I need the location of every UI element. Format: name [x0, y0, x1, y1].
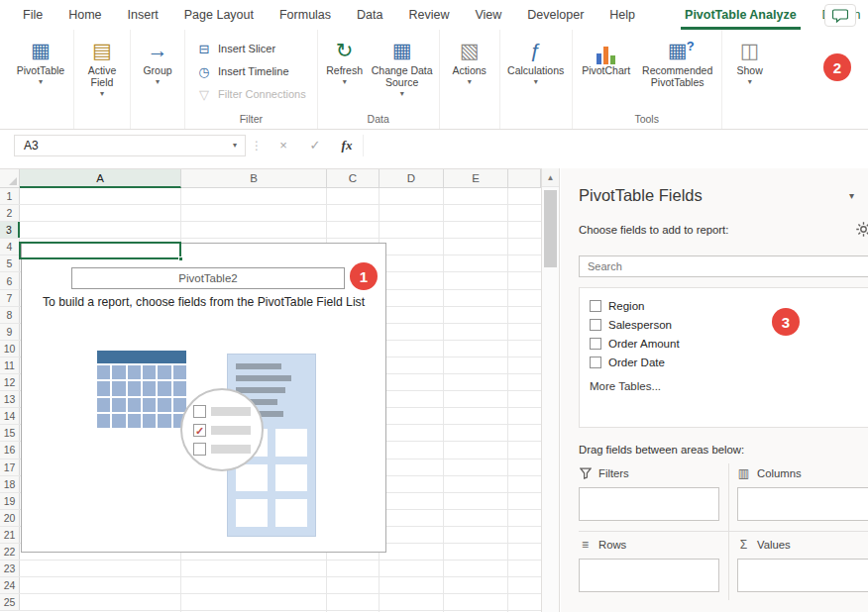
- grid-row-23: 23: [0, 561, 541, 577]
- field-checkbox[interactable]: [590, 300, 601, 312]
- show-button[interactable]: ◫ Show ▾: [725, 32, 775, 86]
- row-header-20[interactable]: 20: [0, 510, 20, 526]
- search-input[interactable]: [579, 255, 868, 277]
- insert-timeline-button[interactable]: ◷ Insert Timeline: [196, 62, 306, 80]
- row-header-2[interactable]: 2: [0, 205, 20, 221]
- field-item-order-amount[interactable]: Order Amount: [580, 334, 868, 353]
- row-header-13[interactable]: 13: [0, 391, 20, 407]
- field-checkbox[interactable]: [590, 357, 601, 368]
- insert-slicer-button[interactable]: ⊟ Insert Slicer: [196, 40, 306, 57]
- table-graphic-cell: [173, 365, 186, 379]
- ribbon-group-label-data: Data: [321, 112, 436, 129]
- row-header-11[interactable]: 11: [0, 357, 20, 373]
- row-header-16[interactable]: 16: [0, 442, 20, 458]
- change-data-source-button[interactable]: ▦ Change Data Source ▾: [369, 32, 436, 98]
- column-header-b[interactable]: B: [181, 169, 327, 188]
- name-box[interactable]: A3 ▾: [14, 135, 246, 156]
- ribbon-tab-formulas[interactable]: Formulas: [267, 0, 344, 30]
- values-drop-zone[interactable]: [737, 559, 868, 592]
- ribbon-tab-data[interactable]: Data: [344, 0, 395, 30]
- calculations-button[interactable]: ƒ Calculations ▾: [503, 32, 569, 86]
- ribbon-tab-page-layout[interactable]: Page Layout: [171, 0, 267, 30]
- ribbon-tab-developer[interactable]: Developer: [514, 0, 597, 30]
- group-button[interactable]: → Group ▾: [134, 32, 181, 86]
- ribbon-tab-home[interactable]: Home: [55, 0, 114, 30]
- pivottable-placeholder-instruction: To build a report, choose fields from th…: [22, 295, 385, 309]
- gear-icon[interactable]: [852, 218, 868, 240]
- pivottable-button-label: PivotTable: [17, 64, 64, 76]
- ribbon-tab-review[interactable]: Review: [395, 0, 462, 30]
- row-header-3[interactable]: 3: [0, 222, 20, 238]
- ribbon-tab-view[interactable]: View: [462, 0, 514, 30]
- actions-button[interactable]: ▧ Actions ▾: [443, 32, 496, 86]
- row-header-15[interactable]: 15: [0, 425, 20, 441]
- table-graphic-cell: [158, 398, 170, 412]
- field-item-region[interactable]: Region: [580, 296, 868, 315]
- row-header-10[interactable]: 10: [0, 341, 20, 357]
- refresh-button[interactable]: ↻ Refresh ▾: [321, 32, 369, 86]
- row-header-1[interactable]: 1: [0, 188, 20, 204]
- cancel-button[interactable]: ×: [268, 138, 299, 153]
- row-header-21[interactable]: 21: [0, 527, 20, 543]
- ribbon-group-tools: PivotChart ▦? Recommended PivotTables To…: [573, 30, 722, 129]
- row-header-19[interactable]: 19: [0, 493, 20, 509]
- row-header-7[interactable]: 7: [0, 290, 20, 306]
- column-header-e[interactable]: E: [444, 169, 508, 188]
- row-header-18[interactable]: 18: [0, 476, 20, 492]
- table-graphic-row: [97, 398, 186, 412]
- ribbon-tab-insert[interactable]: Insert: [115, 0, 171, 30]
- row-header-24[interactable]: 24: [0, 577, 20, 593]
- chevron-down-icon: ▾: [468, 78, 472, 86]
- field-checkbox[interactable]: [590, 319, 601, 331]
- row-header-8[interactable]: 8: [0, 307, 20, 323]
- enter-button[interactable]: ✓: [299, 138, 331, 153]
- recommended-pivottables-button[interactable]: ▦? Recommended PivotTables: [637, 32, 718, 88]
- scrollbar-thumb[interactable]: [544, 190, 557, 267]
- filters-drop-zone[interactable]: [579, 487, 719, 521]
- more-tables-link[interactable]: More Tables...: [580, 380, 868, 392]
- field-item-order-date[interactable]: Order Date: [580, 353, 868, 371]
- pivottable-button[interactable]: ▦ PivotTable ▾: [11, 32, 70, 86]
- row-header-22[interactable]: 22: [0, 544, 20, 560]
- placeholder-checkbox-graphic: ✓: [180, 388, 264, 471]
- chevron-down-icon[interactable]: ▾: [849, 190, 854, 201]
- row-header-25[interactable]: 25: [0, 594, 20, 610]
- column-header-a[interactable]: A: [20, 169, 181, 188]
- annotation-badge-3: 3: [772, 308, 800, 336]
- formula-input[interactable]: [363, 135, 868, 156]
- columns-drop-zone[interactable]: [737, 487, 868, 521]
- scroll-up-arrow-icon[interactable]: ▲: [542, 168, 559, 187]
- comments-button[interactable]: [824, 4, 856, 27]
- insert-function-button[interactable]: fx: [331, 138, 363, 153]
- select-all-corner[interactable]: [0, 169, 20, 188]
- ribbon-tab-file[interactable]: File: [10, 0, 55, 30]
- row-header-4[interactable]: 4: [0, 239, 20, 255]
- row-header-17[interactable]: 17: [0, 459, 20, 475]
- chevron-down-icon[interactable]: ▾: [225, 141, 245, 150]
- row-header-12[interactable]: 12: [0, 374, 20, 390]
- pivotchart-button[interactable]: PivotChart: [576, 32, 637, 76]
- recommended-pivottables-label: Recommended PivotTables: [637, 64, 718, 88]
- row-header-14[interactable]: 14: [0, 408, 20, 424]
- ribbon-group-show: ◫ Show ▾: [722, 30, 778, 129]
- row-header-6[interactable]: 6: [0, 272, 20, 288]
- areas-divider: [728, 463, 729, 600]
- ribbon-tab-help[interactable]: Help: [597, 0, 648, 30]
- row-header-23[interactable]: 23: [0, 561, 20, 576]
- rows-drop-zone[interactable]: [579, 559, 719, 592]
- column-header-d[interactable]: D: [380, 169, 444, 188]
- active-field-button[interactable]: ▤ Active Field ▾: [77, 32, 127, 98]
- name-box-value: A3: [24, 139, 39, 153]
- column-header-c[interactable]: C: [327, 169, 380, 188]
- ribbon-tab-pivottable-analyze[interactable]: PivotTable Analyze: [672, 0, 810, 30]
- graphic-checkbox-checked: ✓: [193, 424, 206, 437]
- ribbon-group-label-empty: [725, 112, 775, 129]
- table-graphic-row: [97, 381, 186, 395]
- vertical-scrollbar[interactable]: ▲: [541, 168, 560, 612]
- field-checkbox[interactable]: [590, 338, 601, 350]
- row-header-5[interactable]: 5: [0, 255, 20, 271]
- field-item-salesperson[interactable]: Salesperson: [580, 315, 868, 334]
- fill-handle[interactable]: [178, 256, 183, 261]
- grid-body[interactable]: PivotTable2 1 To build a report, choose …: [0, 188, 541, 612]
- row-header-9[interactable]: 9: [0, 324, 20, 340]
